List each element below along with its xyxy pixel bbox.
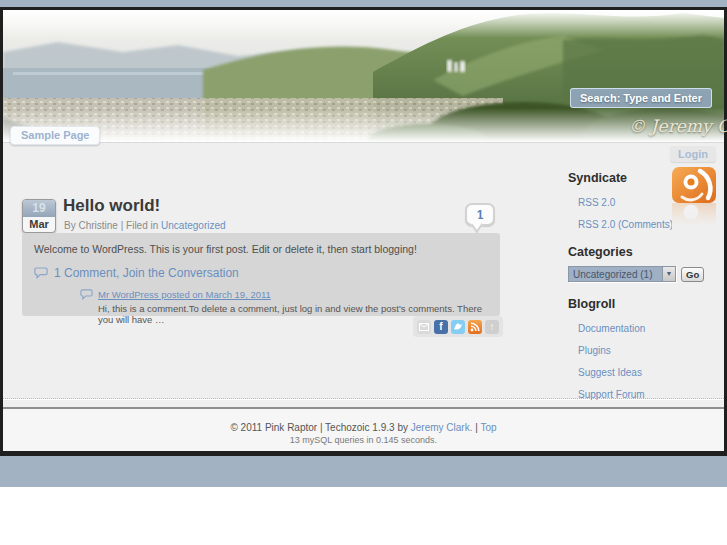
post-date-badge: 19 Mar	[22, 199, 56, 233]
copyright-text: © 2011 Pink Raptor | Techozoic 1.9.3 by	[230, 422, 410, 433]
categories-selected-option: Uncategorized (1)	[569, 267, 662, 281]
rss-feed-icon[interactable]	[672, 167, 716, 231]
bottom-bar	[0, 456, 727, 487]
sidebar-widget-categories: Categories Uncategorized (1) ▼ Go	[568, 245, 718, 282]
post-byline: By Christine | Filed in Uncategorized	[64, 220, 226, 231]
facebook-share-icon[interactable]: f	[434, 320, 448, 334]
theme-author-link[interactable]: Jeremy Clark.	[411, 422, 473, 433]
comments-link[interactable]: 1 Comment, Join the Conversation	[34, 266, 488, 280]
share-up-icon[interactable]: ↑	[485, 320, 499, 334]
rss-feed-link[interactable]: RSS 2.0	[578, 197, 615, 208]
reflection-fade	[672, 203, 716, 229]
photo-credit-signature: © Jeremy C	[628, 116, 727, 136]
post-category-link[interactable]: Uncategorized	[161, 220, 225, 231]
speech-bubble-icon	[34, 267, 48, 279]
top-admin-bar	[0, 0, 727, 7]
search-input[interactable]: Search: Type and Enter	[570, 88, 712, 108]
nav-tab-sample-page[interactable]: Sample Page	[10, 126, 100, 145]
sidebar-widget-syndicate: Syndicate RSS 2.0 RSS 2.0 (Comments)	[568, 171, 718, 232]
login-button[interactable]: Login	[670, 146, 716, 162]
categories-select[interactable]: Uncategorized (1) ▼	[568, 266, 676, 282]
rss-comments-feed-link[interactable]: RSS 2.0 (Comments)	[578, 219, 673, 230]
comment-count-bubble[interactable]: 1	[465, 203, 495, 226]
comments-link-label: 1 Comment, Join the Conversation	[54, 266, 239, 280]
blogroll-heading: Blogroll	[568, 297, 718, 311]
post-title[interactable]: Hello world!	[63, 196, 160, 216]
email-share-icon[interactable]	[417, 320, 431, 334]
query-stats-text: 13 mySQL queries in 0.145 seconds.	[3, 435, 724, 445]
site-frame: Search: Type and Enter © Jeremy C Sample…	[0, 7, 727, 456]
site-header: Search: Type and Enter © Jeremy C Sample…	[3, 10, 724, 142]
rss-waves-icon	[470, 322, 480, 332]
back-to-top-link[interactable]: Top	[480, 422, 496, 433]
envelope-icon	[419, 323, 429, 331]
categories-heading: Categories	[568, 245, 718, 259]
blog-page: Search: Type and Enter © Jeremy C Sample…	[0, 0, 727, 545]
post-content-box: Welcome to WordPress. This is your first…	[22, 233, 500, 316]
chevron-down-icon[interactable]: ▼	[662, 267, 675, 281]
post-date-month: Mar	[23, 217, 55, 232]
blogroll-link-plugins[interactable]: Plugins	[578, 345, 611, 356]
share-icons-strip: f ↑	[413, 316, 503, 337]
speech-bubble-icon	[80, 289, 93, 300]
rss-share-icon[interactable]	[468, 320, 482, 334]
comment-author-link[interactable]: Mr WordPress posted on March 19, 2011	[98, 289, 271, 300]
post-byline-text: By Christine | Filed in	[64, 220, 161, 231]
blogroll-link-documentation[interactable]: Documentation	[578, 323, 645, 334]
post-body-text: Welcome to WordPress. This is your first…	[34, 243, 488, 255]
header-landscape-photo	[3, 10, 724, 142]
blogroll-link-suggest-ideas[interactable]: Suggest Ideas	[578, 367, 642, 378]
blogroll-link-support-forum[interactable]: Support Forum	[578, 389, 645, 400]
post-date-day: 19	[23, 200, 55, 217]
bird-icon	[453, 322, 463, 331]
site-footer: © 2011 Pink Raptor | Techozoic 1.9.3 by …	[3, 407, 724, 451]
twitter-share-icon[interactable]	[451, 320, 465, 334]
categories-go-button[interactable]: Go	[681, 267, 704, 282]
